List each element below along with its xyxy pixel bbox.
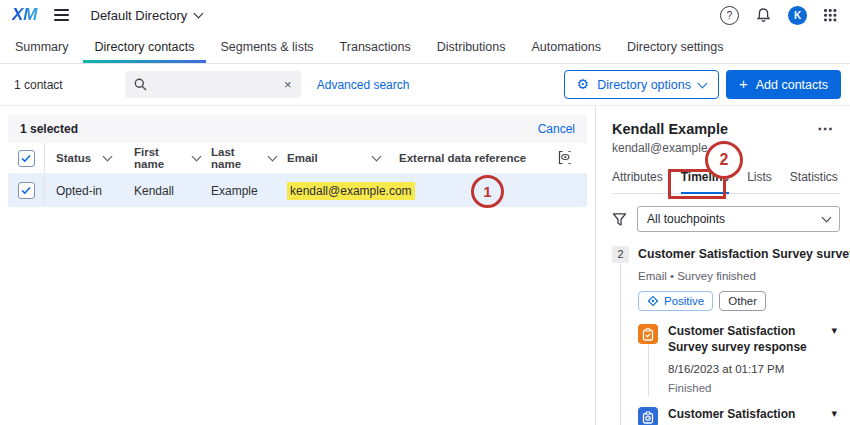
- toolbar-actions: ⚙ Directory options + Add contacts: [564, 70, 841, 99]
- diamond-icon: [647, 295, 659, 307]
- expand-chevron-icon[interactable]: ▾: [831, 407, 837, 420]
- chevron-down-icon: [822, 213, 832, 223]
- directory-selector-label: Default Directory: [91, 8, 188, 23]
- email-value-highlighted: kendall@example.com: [287, 182, 415, 200]
- cell-status: Opted-in: [45, 184, 123, 198]
- plus-icon: +: [739, 76, 748, 91]
- search-box[interactable]: ×: [125, 71, 301, 98]
- clear-search-icon[interactable]: ×: [284, 77, 292, 92]
- column-label: First name: [134, 146, 180, 170]
- annotation-step-1: 1: [471, 175, 504, 208]
- cell-last-name: Example: [200, 184, 276, 198]
- more-options-icon[interactable]: ⋯: [817, 119, 834, 138]
- column-header-first-name: First name: [123, 146, 200, 170]
- top-bar-icons: ? K: [720, 6, 838, 25]
- badge-label: Positive: [664, 295, 704, 307]
- xm-logo: XM: [12, 5, 38, 25]
- last-name-value: Example: [211, 184, 258, 198]
- column-header-status: Status: [45, 152, 123, 164]
- column-menu-chevron-icon[interactable]: [103, 152, 113, 162]
- row-checkbox[interactable]: [18, 182, 35, 199]
- contacts-table-region: 1 selected Cancel Status First name: [0, 106, 596, 425]
- column-label: Status: [56, 152, 91, 164]
- search-input[interactable]: [154, 77, 277, 93]
- column-visibility-button[interactable]: [557, 150, 587, 167]
- annotation-step-2: 2: [705, 141, 743, 179]
- tab-lists[interactable]: Lists: [747, 170, 772, 193]
- directory-options-button[interactable]: ⚙ Directory options: [564, 70, 719, 99]
- advanced-search-link[interactable]: Advanced search: [317, 78, 410, 92]
- column-label: Last name: [211, 146, 256, 170]
- timeline-item-date: 8/16/2023 at 01:17 PM: [668, 363, 840, 375]
- timeline-group-title: Customer Satisfaction Survey survey: [638, 247, 850, 261]
- filter-funnel-icon: [612, 212, 627, 227]
- timeline-group-meta: Email • Survey finished: [638, 270, 840, 282]
- timeline-connector-line: [620, 264, 621, 425]
- help-icon[interactable]: ?: [720, 6, 739, 25]
- search-icon: [134, 78, 147, 91]
- add-contacts-label: Add contacts: [756, 78, 828, 92]
- row-select-cell: [8, 174, 45, 207]
- tab-transactions[interactable]: Transactions: [327, 30, 424, 63]
- column-visibility-icon: [557, 150, 573, 165]
- positive-sentiment-badge[interactable]: Positive: [638, 291, 713, 311]
- cancel-selection-link[interactable]: Cancel: [538, 122, 575, 136]
- survey-invite-icon: [638, 407, 658, 425]
- chevron-down-icon: [698, 78, 708, 88]
- survey-response-icon: [638, 324, 658, 344]
- contact-name: Kendall Example: [612, 121, 728, 137]
- timeline-item-title: Customer Satisfaction Survey survey resp…: [668, 324, 818, 355]
- badge-label: Other: [728, 295, 757, 307]
- tab-statistics[interactable]: Statistics: [790, 170, 838, 193]
- first-name-value: Kendall: [134, 184, 174, 198]
- tab-directory-contacts[interactable]: Directory contacts: [81, 30, 207, 63]
- timeline-group-header: 2 Customer Satisfaction Survey survey: [612, 244, 840, 264]
- chevron-down-icon: [194, 9, 204, 19]
- selected-count: 1 selected: [20, 122, 78, 136]
- notifications-bell-icon[interactable]: [756, 7, 771, 23]
- directory-selector[interactable]: Default Directory: [91, 8, 203, 23]
- column-menu-chevron-icon[interactable]: [372, 152, 382, 162]
- column-header-last-name: Last name: [200, 146, 276, 170]
- timeline-item-status: Finished: [668, 382, 840, 394]
- add-contacts-button[interactable]: + Add contacts: [726, 70, 841, 99]
- column-label: External data reference: [399, 152, 526, 164]
- column-header-external-data-reference: External data reference: [388, 152, 546, 164]
- user-avatar[interactable]: K: [788, 6, 807, 25]
- apps-grid-icon[interactable]: [824, 9, 836, 21]
- timeline-filter-row: All touchpoints: [612, 206, 840, 232]
- contacts-toolbar: 1 contact × Advanced search ⚙ Directory …: [0, 64, 850, 106]
- directory-nav-tabs: Summary Directory contacts Segments & li…: [0, 30, 850, 64]
- timeline-item-survey-invite[interactable]: Customer Satisfaction Survey survey invi…: [638, 407, 840, 425]
- status-value: Opted-in: [56, 184, 102, 198]
- timeline-item-survey-response[interactable]: Customer Satisfaction Survey survey resp…: [638, 324, 840, 355]
- other-sentiment-badge[interactable]: Other: [719, 291, 766, 311]
- contact-header: Kendall Example ⋯: [612, 119, 840, 138]
- tab-segments-lists[interactable]: Segments & lists: [208, 30, 327, 63]
- cell-first-name: Kendall: [123, 184, 200, 198]
- cell-email: kendall@example.com: [276, 182, 415, 200]
- touchpoints-filter-value: All touchpoints: [647, 212, 725, 226]
- gear-icon: ⚙: [577, 77, 590, 91]
- tab-attributes[interactable]: Attributes: [612, 170, 663, 193]
- top-bar: XM Default Directory ? K: [0, 0, 850, 30]
- hamburger-menu-icon[interactable]: [54, 9, 69, 21]
- touchpoint-count-badge: 2: [612, 246, 629, 263]
- tab-automations[interactable]: Automations: [518, 30, 613, 63]
- timeline-item-title: Customer Satisfaction Survey survey invi…: [668, 407, 818, 425]
- tab-distributions[interactable]: Distributions: [424, 30, 519, 63]
- directory-options-label: Directory options: [597, 78, 691, 92]
- selection-bar: 1 selected Cancel: [8, 115, 587, 143]
- select-all-checkbox[interactable]: [18, 150, 35, 167]
- column-header-email: Email: [276, 152, 388, 164]
- touchpoints-filter-select[interactable]: All touchpoints: [637, 206, 840, 232]
- select-all-cell: [8, 143, 45, 173]
- tab-directory-settings[interactable]: Directory settings: [614, 30, 737, 63]
- column-label: Email: [287, 152, 318, 164]
- table-header-row: Status First name Last name Email Extern…: [8, 143, 587, 173]
- contact-count: 1 contact: [14, 78, 63, 92]
- tab-summary[interactable]: Summary: [2, 30, 81, 63]
- sentiment-badges: Positive Other: [638, 291, 840, 311]
- expand-chevron-icon[interactable]: ▾: [831, 324, 837, 337]
- qualtrics-directory-page: XM Default Directory ? K Summary Directo…: [0, 0, 850, 425]
